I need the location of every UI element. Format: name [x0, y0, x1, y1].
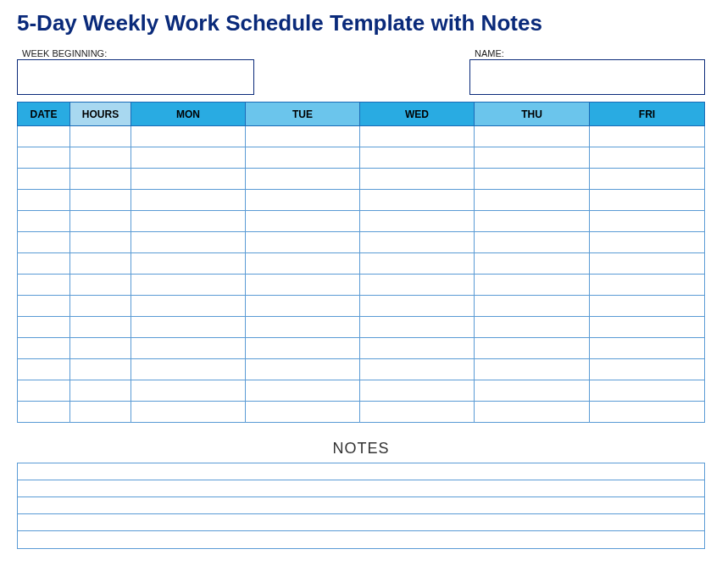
- table-cell[interactable]: [70, 275, 131, 296]
- table-cell[interactable]: [18, 253, 70, 275]
- table-cell[interactable]: [475, 380, 590, 402]
- table-cell[interactable]: [70, 359, 131, 380]
- table-cell[interactable]: [70, 317, 131, 338]
- table-cell[interactable]: [475, 338, 590, 359]
- table-cell[interactable]: [131, 380, 246, 402]
- table-cell[interactable]: [360, 338, 475, 359]
- table-cell[interactable]: [590, 169, 705, 190]
- table-cell[interactable]: [360, 190, 475, 211]
- table-cell[interactable]: [131, 359, 246, 380]
- table-cell[interactable]: [18, 147, 70, 169]
- table-cell[interactable]: [360, 317, 475, 338]
- table-cell[interactable]: [475, 126, 590, 147]
- table-cell[interactable]: [18, 402, 70, 423]
- table-cell[interactable]: [131, 338, 246, 359]
- table-cell[interactable]: [18, 380, 70, 402]
- table-cell[interactable]: [70, 380, 131, 402]
- table-cell[interactable]: [590, 253, 705, 275]
- table-cell[interactable]: [475, 359, 590, 380]
- table-cell[interactable]: [70, 338, 131, 359]
- table-cell[interactable]: [360, 380, 475, 402]
- name-input[interactable]: [469, 59, 705, 95]
- table-cell[interactable]: [475, 296, 590, 317]
- table-cell[interactable]: [360, 169, 475, 190]
- table-cell[interactable]: [475, 317, 590, 338]
- table-cell[interactable]: [590, 211, 705, 232]
- table-cell[interactable]: [131, 402, 246, 423]
- table-cell[interactable]: [131, 317, 246, 338]
- notes-line[interactable]: [18, 531, 704, 548]
- table-cell[interactable]: [475, 169, 590, 190]
- table-cell[interactable]: [70, 147, 131, 169]
- table-cell[interactable]: [590, 317, 705, 338]
- table-cell[interactable]: [590, 380, 705, 402]
- table-cell[interactable]: [18, 338, 70, 359]
- table-cell[interactable]: [18, 275, 70, 296]
- table-cell[interactable]: [590, 147, 705, 169]
- table-cell[interactable]: [590, 359, 705, 380]
- table-cell[interactable]: [246, 147, 360, 169]
- table-cell[interactable]: [590, 232, 705, 253]
- table-cell[interactable]: [360, 232, 475, 253]
- table-cell[interactable]: [18, 190, 70, 211]
- table-cell[interactable]: [246, 359, 360, 380]
- table-cell[interactable]: [70, 402, 131, 423]
- table-cell[interactable]: [246, 126, 360, 147]
- table-cell[interactable]: [475, 147, 590, 169]
- table-cell[interactable]: [246, 190, 360, 211]
- notes-line[interactable]: [18, 480, 704, 497]
- table-cell[interactable]: [246, 169, 360, 190]
- table-cell[interactable]: [475, 211, 590, 232]
- table-cell[interactable]: [70, 232, 131, 253]
- table-cell[interactable]: [131, 232, 246, 253]
- table-cell[interactable]: [70, 253, 131, 275]
- table-cell[interactable]: [131, 126, 246, 147]
- table-cell[interactable]: [18, 211, 70, 232]
- table-cell[interactable]: [246, 253, 360, 275]
- table-cell[interactable]: [246, 338, 360, 359]
- table-cell[interactable]: [360, 296, 475, 317]
- table-cell[interactable]: [18, 359, 70, 380]
- table-cell[interactable]: [590, 190, 705, 211]
- table-cell[interactable]: [131, 296, 246, 317]
- table-cell[interactable]: [590, 275, 705, 296]
- table-cell[interactable]: [246, 296, 360, 317]
- table-cell[interactable]: [18, 126, 70, 147]
- table-cell[interactable]: [360, 126, 475, 147]
- table-cell[interactable]: [246, 275, 360, 296]
- notes-line[interactable]: [18, 514, 704, 531]
- table-cell[interactable]: [590, 338, 705, 359]
- table-cell[interactable]: [590, 126, 705, 147]
- table-cell[interactable]: [246, 211, 360, 232]
- table-cell[interactable]: [475, 232, 590, 253]
- table-cell[interactable]: [360, 359, 475, 380]
- table-cell[interactable]: [590, 296, 705, 317]
- table-cell[interactable]: [70, 190, 131, 211]
- table-cell[interactable]: [360, 402, 475, 423]
- table-cell[interactable]: [246, 380, 360, 402]
- table-cell[interactable]: [590, 402, 705, 423]
- table-cell[interactable]: [360, 147, 475, 169]
- table-cell[interactable]: [18, 169, 70, 190]
- table-cell[interactable]: [246, 402, 360, 423]
- notes-box[interactable]: [17, 463, 705, 549]
- notes-line[interactable]: [18, 463, 704, 480]
- table-cell[interactable]: [131, 211, 246, 232]
- table-cell[interactable]: [18, 232, 70, 253]
- table-cell[interactable]: [360, 253, 475, 275]
- table-cell[interactable]: [18, 317, 70, 338]
- table-cell[interactable]: [475, 275, 590, 296]
- table-cell[interactable]: [360, 211, 475, 232]
- table-cell[interactable]: [18, 296, 70, 317]
- table-cell[interactable]: [70, 169, 131, 190]
- table-cell[interactable]: [475, 253, 590, 275]
- table-cell[interactable]: [131, 275, 246, 296]
- table-cell[interactable]: [475, 190, 590, 211]
- notes-line[interactable]: [18, 497, 704, 514]
- table-cell[interactable]: [70, 126, 131, 147]
- table-cell[interactable]: [360, 275, 475, 296]
- table-cell[interactable]: [246, 317, 360, 338]
- table-cell[interactable]: [70, 296, 131, 317]
- table-cell[interactable]: [131, 147, 246, 169]
- table-cell[interactable]: [131, 169, 246, 190]
